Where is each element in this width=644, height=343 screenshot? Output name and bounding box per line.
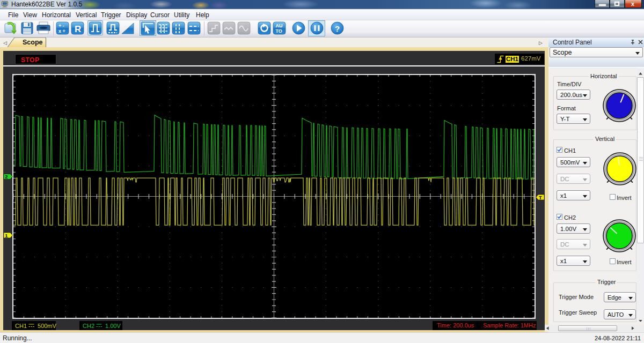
- svg-text:x +: x +: [58, 28, 65, 34]
- svg-text:?: ?: [335, 24, 340, 33]
- svg-text:2: 2: [5, 174, 8, 180]
- svg-text:R: R: [75, 24, 81, 34]
- svg-text:1: 1: [5, 233, 8, 238]
- svg-text:AU: AU: [276, 23, 283, 28]
- svg-text:T: T: [539, 195, 542, 200]
- svg-text:TO: TO: [276, 28, 282, 34]
- svg-text:+ -: + -: [58, 23, 64, 28]
